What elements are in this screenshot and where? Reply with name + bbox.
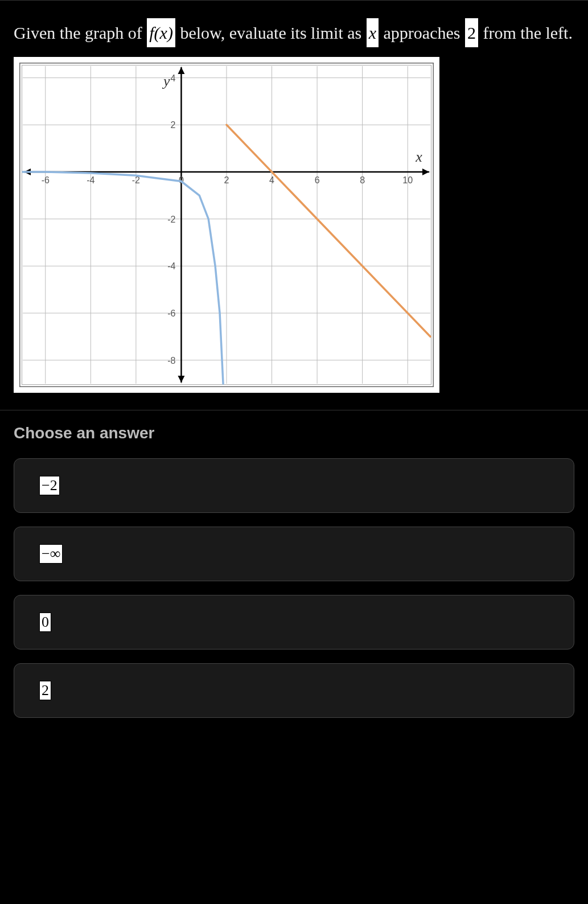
svg-text:10: 10 bbox=[402, 175, 413, 185]
q-part1: Given the graph of bbox=[14, 23, 146, 42]
answer-option-label: −2 bbox=[39, 476, 60, 495]
q-part4: from the left. bbox=[483, 23, 572, 42]
question-text: Given the graph of f(x) below, evaluate … bbox=[14, 18, 574, 48]
answer-option-label: 0 bbox=[39, 613, 51, 632]
fx-expr: f(x) bbox=[146, 18, 176, 48]
approach-val: 2 bbox=[464, 18, 479, 48]
answer-option-label: −∞ bbox=[39, 544, 63, 564]
answer-header: Choose an answer bbox=[14, 424, 574, 442]
svg-text:8: 8 bbox=[360, 175, 365, 185]
graph-plot: -6-4-20246810-8-6-4-224yx bbox=[19, 63, 434, 387]
answer-option-0[interactable]: −2 bbox=[14, 458, 574, 513]
answer-option-2[interactable]: 0 bbox=[14, 595, 574, 650]
answer-option-1[interactable]: −∞ bbox=[14, 527, 574, 581]
svg-text:2: 2 bbox=[171, 120, 176, 130]
graph-container: -6-4-20246810-8-6-4-224yx bbox=[14, 57, 439, 393]
svg-text:4: 4 bbox=[269, 175, 274, 185]
answer-options: −2−∞02 bbox=[14, 458, 574, 718]
svg-text:-6: -6 bbox=[42, 175, 50, 185]
svg-text:6: 6 bbox=[315, 175, 320, 185]
svg-text:x: x bbox=[415, 149, 422, 165]
svg-text:-8: -8 bbox=[167, 356, 175, 365]
svg-text:-6: -6 bbox=[167, 309, 175, 318]
q-part3: approaches bbox=[384, 23, 464, 42]
q-part2: below, evaluate its limit as bbox=[180, 23, 365, 42]
svg-text:-4: -4 bbox=[167, 261, 175, 271]
svg-text:y: y bbox=[162, 73, 170, 89]
answer-option-label: 2 bbox=[39, 681, 51, 700]
x-var: x bbox=[366, 18, 379, 48]
svg-text:-4: -4 bbox=[87, 175, 94, 185]
answer-section: Choose an answer −2−∞02 bbox=[0, 410, 588, 745]
svg-text:4: 4 bbox=[171, 73, 176, 83]
question-section: Given the graph of f(x) below, evaluate … bbox=[0, 0, 588, 410]
svg-text:2: 2 bbox=[224, 175, 229, 185]
answer-option-3[interactable]: 2 bbox=[14, 663, 574, 718]
svg-text:-2: -2 bbox=[167, 215, 175, 224]
